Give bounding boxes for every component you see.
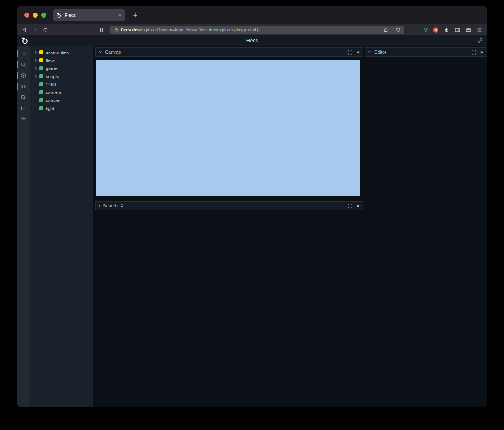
canvas-panel-header[interactable]: Canvas	[95, 47, 363, 57]
url-domain: flecs.dev	[121, 27, 140, 32]
close-icon[interactable]	[356, 204, 360, 208]
bookmark-icon[interactable]	[99, 27, 104, 32]
entity-color-swatch	[39, 50, 43, 54]
tree-connector-line	[34, 96, 39, 104]
tree-item-label: flecs	[46, 58, 55, 63]
tree-item-1460[interactable]: 1460	[30, 80, 93, 88]
tab-title: Flecs	[65, 13, 115, 18]
url-text: flecs.dev/explorer/?wasm=https://www.fle…	[121, 27, 260, 32]
tree-item-canvas[interactable]: canvas	[30, 96, 93, 104]
entity-color-swatch	[39, 58, 43, 62]
inspect-icon[interactable]	[17, 92, 30, 103]
browser-window: Flecs flecs.dev/explorer/?wasm=https:/	[17, 6, 487, 407]
search-icon[interactable]	[17, 59, 30, 70]
cube-icon[interactable]	[17, 70, 30, 81]
vimium-extension-icon[interactable]: V	[424, 27, 428, 33]
tree-item-scripts[interactable]: scripts	[30, 72, 93, 80]
text-caret	[367, 58, 368, 64]
entity-color-swatch	[39, 66, 43, 70]
tree-item-light[interactable]: light	[30, 104, 93, 112]
menu-hamburger-icon[interactable]	[477, 27, 482, 33]
forward-button[interactable]	[32, 27, 37, 32]
flecs-favicon	[56, 13, 62, 18]
entity-color-swatch	[39, 90, 43, 94]
tree-connector-line	[34, 104, 39, 112]
magnifier-icon	[120, 204, 124, 208]
expand-chevron-icon[interactable]	[34, 74, 39, 78]
tab-close-icon[interactable]	[118, 13, 122, 17]
entity-color-swatch	[39, 106, 43, 110]
close-icon[interactable]	[356, 50, 360, 54]
collapsed-dot-icon[interactable]	[99, 205, 100, 207]
share-link-icon[interactable]	[478, 38, 483, 43]
tree-item-assemblies[interactable]: assemblies	[30, 48, 93, 56]
share-icon[interactable]	[383, 27, 388, 32]
tree-item-game[interactable]: game	[30, 64, 93, 72]
tree-item-camera[interactable]: camera	[30, 88, 93, 96]
search-panel-title: Search	[103, 203, 118, 208]
sidebar-toggle-icon[interactable]	[455, 27, 460, 33]
minimize-window-button[interactable]	[33, 13, 38, 18]
entity-tree-panel: assemblies flecs game scripts 1460	[30, 46, 93, 407]
wallet-icon[interactable]	[466, 27, 471, 33]
editor-panel-title: Editor	[374, 50, 386, 55]
window-controls	[24, 13, 46, 18]
blocker-extension-icon[interactable]	[433, 27, 438, 33]
expand-chevron-icon[interactable]	[34, 50, 39, 54]
chevron-down-icon[interactable]	[368, 50, 372, 54]
browser-nav-bar: flecs.dev/explorer/?wasm=https://www.fle…	[17, 24, 487, 35]
code-icon[interactable]	[17, 81, 30, 92]
tree-item-label: game	[46, 66, 58, 71]
tree-item-flecs[interactable]: flecs	[30, 56, 93, 64]
lock-icon	[114, 28, 118, 32]
tool-sidebar	[17, 46, 30, 407]
tree-item-label: camera	[46, 90, 61, 95]
tree-item-label: assemblies	[46, 50, 69, 55]
search-panel-header[interactable]: Search	[95, 201, 363, 210]
tree-item-label: 1460	[46, 82, 56, 87]
expand-chevron-icon[interactable]	[34, 58, 39, 62]
entity-color-swatch	[39, 98, 43, 102]
reload-button[interactable]	[43, 27, 48, 32]
tree-connector-line	[34, 80, 39, 88]
chart-icon[interactable]	[17, 103, 30, 114]
tree-item-label: canvas	[46, 98, 60, 103]
puzzle-extensions-icon[interactable]	[444, 27, 449, 33]
close-window-button[interactable]	[24, 13, 29, 18]
code-editor[interactable]	[365, 57, 487, 407]
url-bar[interactable]: flecs.dev/explorer/?wasm=https://www.fle…	[110, 26, 404, 34]
browser-tab-bar: Flecs	[17, 6, 487, 24]
rows-icon[interactable]	[17, 114, 30, 125]
browser-tab[interactable]: Flecs	[53, 9, 125, 21]
fullscreen-icon[interactable]	[348, 204, 352, 208]
shield-icon[interactable]	[396, 27, 401, 32]
flecs-logo-icon	[21, 37, 29, 45]
page-title: Flecs	[17, 38, 487, 44]
new-tab-button[interactable]	[133, 13, 138, 18]
close-icon[interactable]	[480, 50, 484, 54]
url-bar-divider	[392, 27, 392, 32]
main-area: Canvas Search Editor	[93, 46, 487, 407]
tree-item-label: light	[46, 106, 54, 111]
fullscreen-icon[interactable]	[348, 50, 352, 55]
expand-chevron-icon[interactable]	[34, 66, 39, 70]
render-canvas[interactable]	[96, 60, 360, 196]
chevron-down-icon[interactable]	[99, 50, 102, 54]
entity-color-swatch	[39, 82, 43, 86]
back-button[interactable]	[22, 27, 27, 32]
app-header: Flecs	[17, 35, 487, 46]
maximize-window-button[interactable]	[41, 13, 46, 18]
entity-color-swatch	[39, 74, 43, 78]
fullscreen-icon[interactable]	[472, 50, 476, 55]
tree-item-label: scripts	[46, 74, 59, 79]
tree-connector-line	[34, 88, 39, 96]
url-path: /explorer/?wasm=https://www.flecs.dev/ex…	[140, 27, 260, 32]
editor-panel-header[interactable]: Editor	[365, 47, 487, 57]
canvas-panel-title: Canvas	[105, 50, 121, 55]
tree-icon[interactable]	[17, 48, 30, 59]
